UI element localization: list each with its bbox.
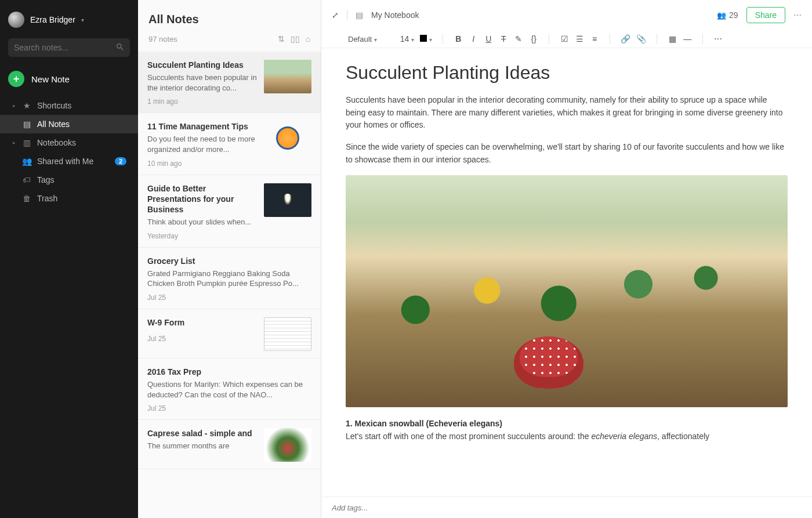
color-swatch xyxy=(420,35,427,42)
divider xyxy=(347,10,347,20)
star-icon: ★ xyxy=(22,101,31,110)
note-list: All Notes 97 notes ⇅ ▯▯ ⌂ Succulent Plan… xyxy=(138,0,321,518)
sidebar-item-label: Shared with Me xyxy=(37,157,93,166)
bold-button[interactable]: B xyxy=(454,34,463,44)
note-snippet: Succulents have been popular in the inte… xyxy=(147,73,258,93)
trash-icon: 🗑 xyxy=(22,194,31,203)
note-time: Jul 25 xyxy=(147,294,311,302)
search-wrap[interactable] xyxy=(8,38,130,57)
user-name: Ezra Bridger xyxy=(30,15,75,24)
note-time: Yesterday xyxy=(147,232,258,240)
editor-topbar: ⤢ ▤ My Notebook 👥 29 Share ⋯ xyxy=(321,0,812,30)
separator xyxy=(443,34,443,44)
sidebar-item-label: Trash xyxy=(37,194,57,203)
note-time: Jul 25 xyxy=(147,335,258,343)
table-button[interactable]: ▦ xyxy=(668,34,677,44)
note-snippet: The summer months are xyxy=(147,441,258,451)
font-select[interactable]: Default ▾ xyxy=(348,35,394,44)
note-card[interactable]: 11 Time Management Tips Do you feel the … xyxy=(138,113,321,175)
sidebar-item-tags[interactable]: 🏷 Tags xyxy=(0,171,138,189)
paragraph[interactable]: Let's start off with one of the most pro… xyxy=(346,430,788,443)
subheading[interactable]: 1. Mexican snowball (Echeveria elegans) xyxy=(346,419,788,428)
note-list-subheader: 97 notes ⇅ ▯▯ ⌂ xyxy=(138,31,321,52)
user-menu[interactable]: Ezra Bridger ▾ xyxy=(0,7,138,32)
chevron-down-icon: ▾ xyxy=(429,37,432,43)
code-button[interactable]: {} xyxy=(529,34,538,44)
note-title: Succulent Planting Ideas xyxy=(147,60,258,70)
people-icon: 👥 xyxy=(717,11,726,20)
strikethrough-button[interactable]: T xyxy=(499,34,508,44)
more-icon[interactable]: ⋯ xyxy=(793,10,802,20)
share-count-value: 29 xyxy=(729,10,738,20)
note-snippet: Do you feel the need to be more organize… xyxy=(147,134,258,154)
bullet-list-button[interactable]: ☰ xyxy=(575,34,584,44)
chevron-down-icon: ▾ xyxy=(411,37,414,43)
note-list-header: All Notes xyxy=(138,0,321,31)
checklist-button[interactable]: ☑ xyxy=(560,34,569,44)
new-note-button[interactable]: + New Note xyxy=(0,66,138,96)
note-thumbnail xyxy=(264,183,311,217)
paragraph[interactable]: Succulents have been popular in the inte… xyxy=(346,94,788,132)
badge: 2 xyxy=(115,157,126,165)
note-title-editor[interactable]: Succulent Planting Ideas xyxy=(346,62,788,84)
note-card[interactable]: Grocery List Grated Parmigiano Reggiano … xyxy=(138,248,321,309)
sort-icon[interactable]: ⇅ xyxy=(278,34,285,44)
italic-button[interactable]: I xyxy=(469,34,478,44)
editor-body[interactable]: Succulent Planting Ideas Succulents have… xyxy=(321,48,812,497)
note-card[interactable]: Guide to Better Presentations for your B… xyxy=(138,175,321,248)
note-title: Caprese salad - simple and xyxy=(147,428,258,439)
font-size-select[interactable]: 14 ▾ xyxy=(400,34,414,44)
sidebar-item-label: Shortcuts xyxy=(37,101,71,110)
sidebar-item-all-notes[interactable]: ▤ All Notes xyxy=(0,115,138,133)
note-thumbnail xyxy=(264,428,311,462)
note-list-title: All Notes xyxy=(148,13,310,26)
tag-icon: 🏷 xyxy=(22,175,31,184)
search-input[interactable] xyxy=(14,43,115,52)
note-card[interactable]: W-9 Form Jul 25 xyxy=(138,309,321,358)
numbered-list-button[interactable]: ≡ xyxy=(590,34,599,44)
link-button[interactable]: 🔗 xyxy=(621,34,630,44)
sidebar-item-shortcuts[interactable]: ▸ ★ Shortcuts xyxy=(0,96,138,115)
chevron-down-icon: ▾ xyxy=(81,17,84,23)
note-card[interactable]: Caprese salad - simple and The summer mo… xyxy=(138,420,321,469)
note-image[interactable] xyxy=(346,175,788,407)
note-card[interactable]: Succulent Planting Ideas Succulents have… xyxy=(138,52,321,113)
search-icon xyxy=(115,42,125,53)
filter-icon[interactable]: ⌂ xyxy=(306,34,310,44)
note-thumbnail xyxy=(264,317,311,351)
notebook-selector[interactable]: My Notebook xyxy=(371,10,419,20)
highlight-button[interactable]: ✎ xyxy=(514,34,523,44)
people-icon: 👥 xyxy=(22,157,31,166)
sidebar-item-shared[interactable]: 👥 Shared with Me 2 xyxy=(0,152,138,171)
note-title: 2016 Tax Prep xyxy=(147,367,311,377)
caret-icon: ▸ xyxy=(12,140,16,146)
font-color[interactable]: ▾ xyxy=(420,34,432,44)
view-toggle-icon[interactable]: ▯▯ xyxy=(291,34,300,44)
sidebar-item-notebooks[interactable]: ▸ ▥ Notebooks xyxy=(0,133,138,152)
sidebar-item-trash[interactable]: 🗑 Trash xyxy=(0,189,138,208)
tag-input[interactable] xyxy=(332,503,802,512)
attachment-button[interactable]: 📎 xyxy=(636,34,646,44)
nav: ▸ ★ Shortcuts ▤ All Notes ▸ ▥ Notebooks … xyxy=(0,96,138,208)
caret-icon: ▸ xyxy=(12,103,16,108)
chevron-down-icon: ▾ xyxy=(374,37,377,43)
note-thumbnail xyxy=(264,60,311,93)
separator xyxy=(702,34,703,44)
underline-button[interactable]: U xyxy=(484,34,493,44)
note-time: 1 min ago xyxy=(147,97,258,106)
note-card[interactable]: 2016 Tax Prep Questions for Marilyn: Whi… xyxy=(138,358,321,420)
note-snippet: Questions for Marilyn: Which expenses ca… xyxy=(147,379,311,400)
separator xyxy=(549,34,549,44)
avatar xyxy=(8,12,24,28)
note-time: Jul 25 xyxy=(147,404,311,412)
hr-button[interactable]: — xyxy=(683,34,692,44)
notebook-icon: ▥ xyxy=(22,138,31,147)
more-format-button[interactable]: ⋯ xyxy=(713,34,723,44)
share-count[interactable]: 👥 29 xyxy=(717,10,738,20)
note-time: 10 min ago xyxy=(147,160,258,168)
expand-icon[interactable]: ⤢ xyxy=(332,10,339,20)
share-button[interactable]: Share xyxy=(746,7,785,23)
format-toolbar: Default ▾ 14 ▾ ▾ B I U T ✎ {} ☑ ☰ ≡ 🔗 xyxy=(321,30,812,48)
separator xyxy=(657,34,657,44)
paragraph[interactable]: Since the wide variety of species can be… xyxy=(346,141,788,166)
